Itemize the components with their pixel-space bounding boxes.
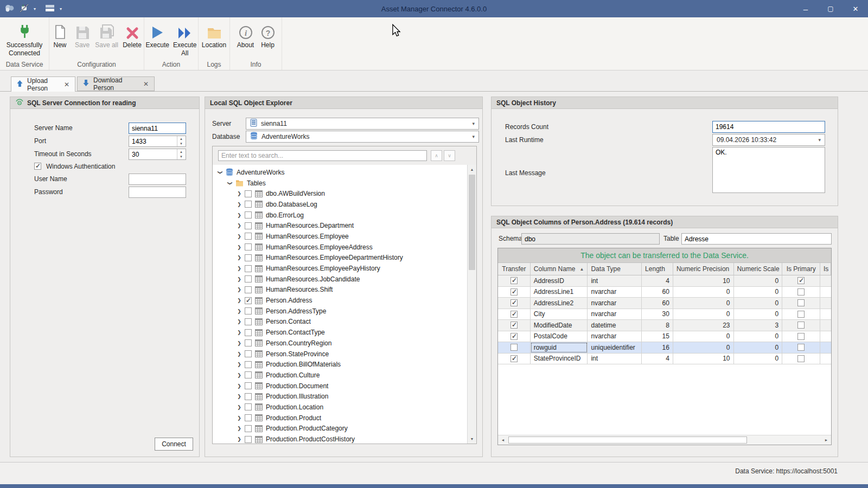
- scrollbar-thumb[interactable]: [469, 175, 475, 270]
- grid-row[interactable]: ModifiedDatedatetime8233: [498, 320, 831, 331]
- grid-column-header[interactable]: Numeric Scale: [734, 263, 783, 275]
- grid-column-header[interactable]: Numeric Precision: [673, 263, 734, 275]
- is-primary-checkbox[interactable]: [797, 344, 805, 351]
- tree-item-checkbox[interactable]: [245, 339, 252, 346]
- tree-item-checkbox[interactable]: [245, 265, 252, 272]
- tree-item[interactable]: ❯Production.Culture: [213, 370, 467, 381]
- expand-chevron-icon[interactable]: ❯: [236, 415, 242, 421]
- tree-item-checkbox[interactable]: [245, 393, 252, 400]
- is-primary-checkbox[interactable]: [797, 355, 805, 362]
- disconnect-icon[interactable]: [20, 4, 29, 14]
- tab-close-icon[interactable]: ✕: [143, 80, 149, 88]
- tree-item-checkbox[interactable]: [245, 254, 252, 261]
- grid-row[interactable]: PostalCodenvarchar1500: [498, 331, 831, 343]
- expand-chevron-icon[interactable]: ❯: [236, 426, 242, 431]
- tree-item-checkbox[interactable]: [245, 233, 252, 240]
- expand-chevron-icon[interactable]: ❯: [236, 202, 242, 207]
- tree-tables-folder[interactable]: ❯ Tables: [213, 178, 467, 189]
- expand-chevron-icon[interactable]: ❯: [236, 245, 242, 250]
- tree-item[interactable]: ❯Person.Contact: [213, 317, 467, 328]
- tree-item-checkbox[interactable]: [245, 382, 252, 389]
- tree-item[interactable]: ❯HumanResources.EmployeePayHistory: [213, 263, 467, 274]
- is-primary-checkbox[interactable]: [797, 311, 805, 318]
- tree-item-checkbox[interactable]: [245, 329, 252, 336]
- tab-upload-person[interactable]: Upload Person ✕: [11, 76, 75, 92]
- tree-item[interactable]: ❯Production.BillOfMaterials: [213, 359, 467, 370]
- grid-column-header[interactable]: Is: [820, 263, 831, 275]
- is-primary-checkbox[interactable]: [797, 299, 805, 306]
- grid-column-header[interactable]: Length: [642, 263, 673, 275]
- tree-item[interactable]: ❯HumanResources.EmployeeAddress: [213, 242, 467, 253]
- connect-button[interactable]: Connect: [155, 438, 193, 451]
- tree-item-checkbox[interactable]: [245, 361, 252, 368]
- cloud-icon[interactable]: [4, 4, 15, 14]
- schema-input[interactable]: [521, 233, 660, 245]
- tree-item[interactable]: ❯Production.Illustration: [213, 391, 467, 402]
- tree-vertical-scrollbar[interactable]: ▲ ▼: [467, 165, 476, 444]
- expand-chevron-icon[interactable]: ❯: [218, 169, 223, 176]
- maximize-button[interactable]: ▢: [818, 0, 843, 17]
- is-primary-checkbox[interactable]: [797, 322, 805, 329]
- scroll-left-icon[interactable]: ◄: [498, 435, 508, 445]
- port-spinner[interactable]: ▲▼: [177, 136, 185, 146]
- tree-item-checkbox[interactable]: [245, 403, 252, 410]
- tree-item[interactable]: ❯Person.Address: [213, 295, 467, 306]
- scroll-up-icon[interactable]: ▲: [468, 165, 476, 174]
- last-runtime-combo[interactable]: 09.04.2026 10:33:42 ▾: [712, 134, 825, 146]
- scroll-right-icon[interactable]: ►: [821, 435, 831, 445]
- expand-chevron-icon[interactable]: ❯: [236, 436, 242, 442]
- save-all-button[interactable]: Save all: [94, 22, 119, 49]
- expand-chevron-icon[interactable]: ❯: [236, 223, 242, 228]
- grid-column-header[interactable]: Column Name▲: [531, 263, 588, 275]
- tree-item[interactable]: ❯HumanResources.EmployeeDepartmentHistor…: [213, 253, 467, 264]
- tree-item[interactable]: ❯Person.AddressType: [213, 306, 467, 317]
- tree-item[interactable]: ❯dbo.DatabaseLog: [213, 199, 467, 210]
- grid-row[interactable]: AddressIDint4100: [498, 275, 831, 287]
- tree-item-checkbox[interactable]: [245, 243, 252, 251]
- scrollbar-thumb[interactable]: [508, 436, 747, 444]
- is-primary-checkbox[interactable]: [797, 288, 805, 296]
- expand-chevron-icon[interactable]: ❯: [236, 213, 242, 218]
- tree-item[interactable]: ❯HumanResources.JobCandidate: [213, 274, 467, 285]
- grid-horizontal-scrollbar[interactable]: ◄ ►: [498, 435, 831, 445]
- grid-row[interactable]: AddressLine1nvarchar6000: [498, 287, 831, 298]
- expand-chevron-icon[interactable]: ❯: [236, 234, 242, 239]
- tree-item[interactable]: ❯HumanResources.Shift: [213, 285, 467, 296]
- expand-chevron-icon[interactable]: ❯: [236, 298, 242, 303]
- expand-chevron-icon[interactable]: ❯: [236, 383, 242, 389]
- transfer-checkbox[interactable]: [510, 333, 518, 340]
- tree-item[interactable]: ❯HumanResources.Department: [213, 220, 467, 231]
- database-combo[interactable]: AdventureWorks ▾: [246, 131, 479, 143]
- expand-chevron-icon[interactable]: ❯: [236, 404, 242, 410]
- tree-item-checkbox[interactable]: [245, 307, 252, 314]
- about-button[interactable]: i About: [234, 22, 257, 49]
- tree-item-checkbox[interactable]: [245, 286, 252, 293]
- server-name-input[interactable]: [129, 123, 186, 134]
- tree-item-checkbox[interactable]: [245, 425, 252, 432]
- chevron-down-icon[interactable]: ▾: [58, 7, 64, 11]
- tree-item[interactable]: ❯Production.ProductCostHistory: [213, 434, 467, 443]
- is-primary-checkbox[interactable]: [797, 277, 805, 284]
- location-button[interactable]: Location: [199, 22, 229, 49]
- tree-item[interactable]: ❯Production.ProductCategory: [213, 423, 467, 434]
- transfer-checkbox[interactable]: [510, 322, 518, 329]
- transfer-checkbox[interactable]: [510, 355, 518, 362]
- tree-item-checkbox[interactable]: [245, 414, 252, 421]
- grid-row[interactable]: StateProvinceIDint4100: [498, 354, 831, 365]
- help-button[interactable]: ? Help: [258, 22, 278, 49]
- tab-close-icon[interactable]: ✕: [64, 81, 69, 88]
- expand-chevron-icon[interactable]: ❯: [236, 351, 242, 357]
- records-count-input[interactable]: [712, 121, 825, 133]
- tree-item[interactable]: ❯dbo.ErrorLog: [213, 210, 467, 221]
- timeout-spinner[interactable]: ▲▼: [177, 149, 185, 159]
- tree-item-checkbox[interactable]: [245, 275, 252, 282]
- tree-item[interactable]: ❯Person.ContactType: [213, 327, 467, 338]
- password-input[interactable]: [129, 187, 186, 198]
- user-name-input[interactable]: [129, 174, 186, 185]
- windows-auth-checkbox[interactable]: [34, 163, 41, 170]
- transfer-checkbox[interactable]: [510, 311, 518, 318]
- grid-row[interactable]: rowguiduniqueidentifier1600: [498, 342, 831, 354]
- tree-item[interactable]: ❯Production.Location: [213, 402, 467, 413]
- transfer-checkbox[interactable]: [510, 299, 518, 306]
- tree-item-checkbox[interactable]: [245, 211, 252, 219]
